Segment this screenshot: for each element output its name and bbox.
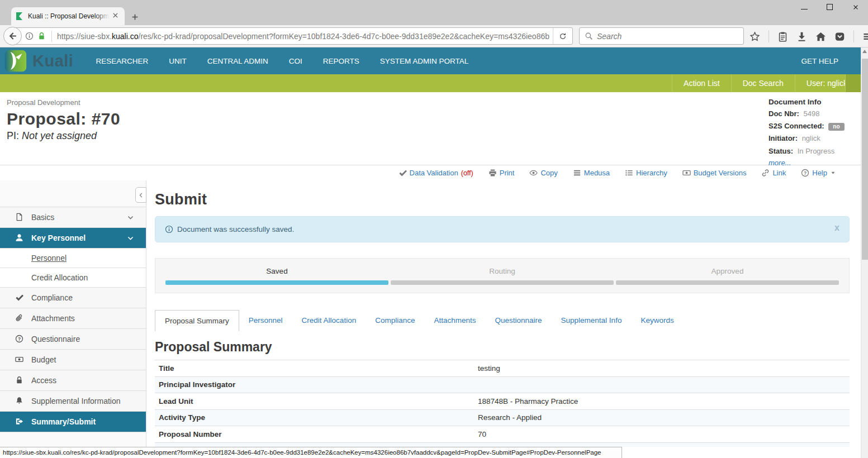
breadcrumb: Proposal Development	[7, 98, 868, 107]
table-row: Activity Type Research - Applied	[155, 409, 850, 426]
get-help-link[interactable]: GET HELP	[801, 57, 838, 65]
app-nav-item[interactable]: UNIT	[169, 57, 187, 65]
secure-lock-icon[interactable]	[37, 32, 46, 41]
page-info-icon[interactable]	[25, 32, 34, 41]
success-alert: Document was successfully saved. x	[155, 216, 850, 242]
toolbar-item[interactable]: Hierarchy	[625, 169, 667, 177]
sidebar-item[interactable]: Budget	[0, 350, 146, 370]
table-row: Lead Unit 188748B - Pharmacy Practice	[155, 393, 850, 409]
summary-tab[interactable]: Proposal Summary	[155, 310, 239, 331]
summary-tab[interactable]: Personnel	[239, 310, 292, 331]
pocket-icon[interactable]	[834, 31, 845, 42]
minimize-button[interactable]	[800, 3, 808, 11]
route-step-label: Routing	[391, 267, 614, 275]
app-nav-item[interactable]: SYSTEM ADMIN PORTAL	[380, 57, 469, 65]
document-info-row: Doc Nbr: 5498	[769, 109, 841, 119]
toolbar-item[interactable]: Medusa	[573, 169, 610, 177]
sidebar-item-label: Credit Allocation	[31, 273, 88, 282]
search-icon	[585, 32, 593, 40]
tab-close-icon[interactable]	[112, 12, 121, 21]
sidebar-item[interactable]: Supplemental Information	[0, 391, 146, 412]
sidebar-collapse-button[interactable]	[135, 187, 146, 203]
downloads-icon[interactable]	[796, 31, 807, 42]
route-step-bar	[165, 280, 388, 285]
sidebar-item[interactable]: Compliance	[0, 288, 146, 308]
document-info-row: S2S Connected: no	[769, 121, 841, 131]
user-icon	[15, 233, 24, 242]
sidebar-item-label: Questionnaire	[31, 335, 80, 344]
money-icon	[682, 169, 691, 177]
app-nav-item[interactable]: COI	[289, 57, 302, 65]
more-link[interactable]: more...	[769, 159, 841, 167]
scrollbar-thumb[interactable]	[862, 59, 868, 260]
toolbar-item[interactable]: Link	[761, 169, 786, 177]
toolbar-item[interactable]: Copy	[529, 169, 557, 177]
toolbar-item[interactable]: Data Validation (off)	[399, 169, 473, 177]
caret-down-icon	[830, 170, 837, 176]
sidebar-item[interactable]: Attachments	[0, 308, 146, 329]
toolbar-suffix: (off)	[461, 169, 473, 177]
sidebar-item[interactable]: Key Personnel	[0, 228, 146, 249]
toolbar-item[interactable]: Budget Versions	[682, 169, 747, 177]
url-text[interactable]: https://siue-sbx.kuali.co/res/kc-pd-krad…	[57, 32, 553, 41]
action-bar-item[interactable]: Action List	[672, 74, 731, 92]
route-step: Approved	[616, 267, 839, 293]
bell-icon	[15, 397, 24, 405]
info-icon	[165, 225, 173, 233]
action-bar: Action List Doc Search User: nglick	[0, 74, 868, 92]
section-title: Proposal Summary	[155, 340, 868, 355]
scroll-up-arrow-icon[interactable]	[861, 47, 868, 55]
home-icon[interactable]	[815, 31, 826, 42]
summary-tab[interactable]: Compliance	[366, 310, 424, 331]
url-bar[interactable]: https://siue-sbx.kuali.co/res/kc-pd-krad…	[13, 27, 573, 45]
sidebar: Basics Key Personnel Personnel	[0, 180, 146, 447]
app-nav-item[interactable]: CENTRAL ADMIN	[207, 57, 268, 65]
sidebar-item[interactable]: Basics	[0, 207, 146, 228]
proposal-summary-table: Title testing Principal Investigator Lea…	[155, 360, 850, 447]
sidebar-item[interactable]: ? Questionnaire	[0, 329, 146, 350]
sidebar-item[interactable]: Credit Allocation	[0, 268, 146, 288]
kuali-logo-icon[interactable]	[4, 50, 27, 72]
alert-text: Document was successfully saved.	[177, 225, 294, 233]
window-controls	[800, 3, 859, 11]
new-tab-button[interactable]	[129, 11, 141, 23]
summary-tab[interactable]: Questionnaire	[486, 310, 552, 331]
action-bar-item[interactable]: Doc Search	[731, 74, 795, 92]
toolbar-item[interactable]: Print	[488, 169, 515, 177]
search-bar[interactable]: Search	[579, 27, 744, 45]
kuali-logotype[interactable]: Kuali	[32, 52, 73, 70]
summary-tab[interactable]: Credit Allocation	[292, 310, 366, 331]
summary-tab[interactable]: Keywords	[631, 310, 683, 331]
bookmarks-menu-icon[interactable]	[777, 31, 788, 42]
sidebar-item[interactable]: Summary/Submit	[0, 412, 146, 432]
browser-tab[interactable]: Kuali :: Proposal Developme	[11, 7, 125, 25]
status-bar: https://siue-sbx.kuali.co/res/kc-pd-krad…	[0, 447, 622, 458]
summary-tab[interactable]: Supplemental Info	[552, 310, 632, 331]
toolbar-item[interactable]: ? Help	[801, 169, 837, 177]
route-step-label: Approved	[616, 267, 839, 275]
bookmark-star-icon[interactable]	[750, 31, 760, 42]
maximize-button[interactable]	[826, 3, 833, 11]
sidebar-item[interactable]: Personnel	[0, 249, 146, 268]
alert-close-button[interactable]: x	[834, 223, 839, 233]
kuali-favicon-icon	[15, 12, 24, 21]
row-label: Proposal Number	[155, 430, 478, 438]
document-header: Proposal Development Proposal: #70 PI: N…	[0, 92, 868, 165]
page-scrollbar[interactable]	[861, 47, 868, 458]
sidebar-item[interactable]: Access	[0, 370, 146, 391]
reload-button[interactable]	[553, 28, 572, 44]
close-button[interactable]	[852, 3, 859, 11]
table-row: Title testing	[155, 360, 850, 376]
back-button[interactable]	[3, 27, 22, 45]
svg-text:?: ?	[804, 170, 807, 176]
route-step-label: Saved	[165, 267, 388, 275]
app-nav-item[interactable]: RESEARCHER	[96, 57, 148, 65]
sidebar-item-label: Summary/Submit	[31, 417, 96, 426]
menu-hamburger-icon[interactable]	[862, 31, 868, 42]
summary-tab[interactable]: Attachments	[424, 310, 485, 331]
row-label: Title	[155, 364, 478, 373]
table-row: Proposal Number 70	[155, 426, 850, 442]
sidebar-item-label: Budget	[31, 355, 56, 364]
browser-toolbar-icons	[750, 25, 868, 47]
app-nav-item[interactable]: REPORTS	[323, 57, 359, 65]
